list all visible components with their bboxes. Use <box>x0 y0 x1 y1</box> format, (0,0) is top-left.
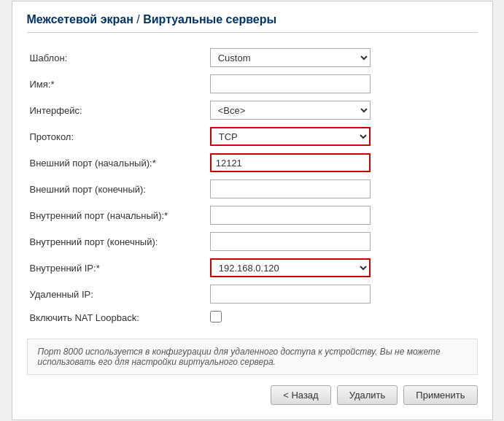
interface-select[interactable]: <Все> <box>210 101 371 120</box>
nat-loopback-label: Включить NAT Loopback: <box>27 307 207 328</box>
int-ip-select[interactable]: 192.168.0.120 <box>210 258 371 277</box>
ext-port-start-input[interactable] <box>210 153 371 172</box>
name-input[interactable] <box>210 74 371 93</box>
template-label: Шаблон: <box>27 45 207 71</box>
protocol-label: Протокол: <box>27 123 207 150</box>
int-port-start-input[interactable] <box>210 206 371 225</box>
button-row: < Назад Удалить Применить <box>27 385 478 405</box>
name-label: Имя:* <box>27 71 207 97</box>
back-button[interactable]: < Назад <box>271 385 330 405</box>
int-port-end-input[interactable] <box>210 232 371 251</box>
ext-port-start-label: Внешний порт (начальный):* <box>27 150 207 176</box>
delete-button[interactable]: Удалить <box>337 385 398 405</box>
int-port-end-label: Внутренний порт (конечный): <box>27 228 207 255</box>
remote-ip-label: Удаленный IP: <box>27 281 207 307</box>
int-port-start-label: Внутренний порт (начальный):* <box>27 202 207 228</box>
protocol-select[interactable]: TCP UDP Both <box>210 127 371 146</box>
apply-button[interactable]: Применить <box>403 385 477 405</box>
int-ip-label: Внутренний IP:* <box>27 255 207 281</box>
remote-ip-input[interactable] <box>210 285 371 304</box>
info-box: Порт 8000 используется в конфигурации дл… <box>27 339 478 375</box>
ext-port-end-input[interactable] <box>210 179 371 198</box>
page-title: Межсетевой экран / Виртуальные серверы <box>27 13 478 33</box>
template-select[interactable]: Custom <box>210 48 371 67</box>
ext-port-end-label: Внешний порт (конечный): <box>27 176 207 202</box>
nat-loopback-checkbox[interactable] <box>210 311 222 322</box>
interface-label: Интерфейс: <box>27 97 207 123</box>
